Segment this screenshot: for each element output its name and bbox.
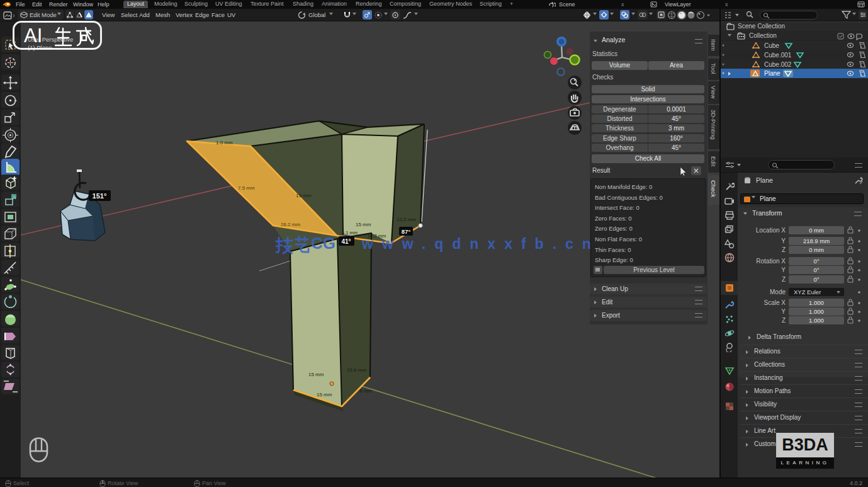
svg-text:151°: 151°	[93, 192, 107, 200]
svg-text:8 mm: 8 mm	[359, 388, 372, 394]
svg-text:7.5 mm: 7.5 mm	[238, 185, 255, 191]
svg-text:1.0 mm: 1.0 mm	[216, 140, 233, 146]
svg-text:26.2 mm: 26.2 mm	[281, 222, 300, 227]
svg-text:15 mm: 15 mm	[317, 392, 332, 398]
svg-text:Cube.002: Cube.002	[764, 61, 792, 68]
svg-text:15.6 mm: 15.6 mm	[347, 367, 366, 373]
svg-text:Plane: Plane	[764, 70, 781, 77]
svg-text:Cube: Cube	[764, 42, 779, 49]
svg-text:13 mm: 13 mm	[296, 193, 312, 198]
svg-text:Cube.001: Cube.001	[764, 52, 792, 59]
svg-text:15 mm: 15 mm	[308, 372, 324, 377]
svg-text:12.2 mm: 12.2 mm	[397, 217, 416, 222]
svg-text:15 mm: 15 mm	[356, 222, 371, 227]
